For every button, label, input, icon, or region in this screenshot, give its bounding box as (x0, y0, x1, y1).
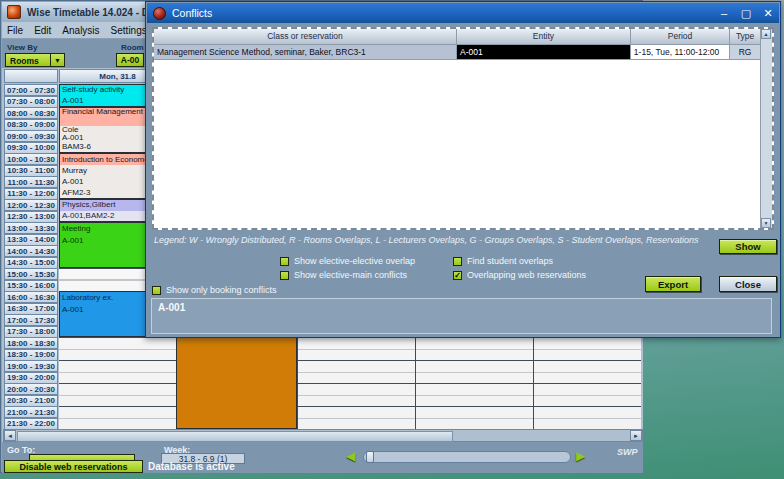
menu-item-settings[interactable]: Settings (111, 25, 147, 36)
checkbox-show-only-booking-conflicts[interactable] (152, 286, 161, 295)
time-slot-button[interactable]: 15:30 - 16:00 (4, 280, 58, 292)
view-by-value: Rooms (6, 54, 50, 66)
checkbox-overlapping-web-reservations[interactable]: ✓ (453, 271, 462, 280)
show-button[interactable]: Show (719, 239, 777, 254)
maximize-icon[interactable]: ▢ (735, 4, 757, 22)
time-slot-button[interactable]: 16:30 - 17:00 (4, 303, 58, 315)
checkbox-row: Show elective-elective overlap (280, 256, 415, 266)
table-row[interactable]: Management Science Method, seminar, Bake… (154, 45, 761, 60)
menu-item-edit[interactable]: Edit (34, 25, 51, 36)
close-icon[interactable]: ✕ (757, 4, 779, 22)
conflict-details-box[interactable]: A-001 (151, 298, 772, 334)
period-cell[interactable]: 1-15, Tue, 11:00-12:00 (631, 45, 730, 60)
export-button[interactable]: Export (645, 276, 701, 292)
checkbox-label: Show elective-elective overlap (294, 256, 415, 266)
checkbox-row: Find student overlaps (453, 256, 553, 266)
swp-label: SWP (617, 447, 638, 457)
legend-text: Legend: W - Wrongly Distributed, R - Roo… (154, 235, 699, 245)
checkbox-label: Show only booking conflicts (166, 285, 277, 295)
time-slot-button[interactable]: 21:00 - 21:30 (4, 406, 58, 418)
entity-cell[interactable]: A-001 (457, 45, 631, 60)
table-header-row: Class or reservationEntityPeriodType (154, 29, 761, 45)
time-slot-button[interactable]: 11:30 - 12:00 (4, 188, 58, 200)
time-slot-button[interactable]: 21:30 - 22:00 (4, 418, 58, 430)
conflicts-dialog: Conflicts – ▢ ✕ Class or reservationEnti… (145, 1, 781, 338)
week-slider-thumb[interactable] (366, 451, 374, 463)
dialog-titlebar[interactable]: Conflicts – ▢ ✕ (147, 3, 779, 23)
time-slot-button[interactable]: 19:30 - 20:00 (4, 372, 58, 384)
hscrollbar-thumb[interactable] (17, 431, 453, 442)
conflict-details-text: A-001 (158, 302, 771, 313)
menu-item-analysis[interactable]: Analysis (62, 25, 99, 36)
time-slot-button[interactable]: 16:00 - 16:30 (4, 291, 58, 303)
column-header-entity[interactable]: Entity (457, 29, 631, 45)
class-cell[interactable]: Management Science Method, seminar, Bake… (154, 45, 457, 60)
checkbox-show-elective-main-conflicts[interactable] (280, 271, 289, 280)
status-message: Database is active (148, 461, 235, 472)
scroll-up-icon[interactable]: ▲ (761, 29, 771, 39)
checkbox-row: Show only booking conflicts (152, 285, 277, 295)
checkbox-row: Show elective-main conflicts (280, 270, 407, 280)
chevron-down-icon[interactable]: ▼ (50, 54, 64, 66)
time-slot-button[interactable]: 15:00 - 15:30 (4, 268, 58, 280)
conflicts-table: Class or reservationEntityPeriodType Man… (152, 27, 774, 230)
time-slot-button[interactable]: 10:00 - 10:30 (4, 153, 58, 165)
time-slot-button[interactable]: 09:00 - 09:30 (4, 130, 58, 142)
disable-web-reservations-button[interactable]: Disable web reservations (4, 460, 143, 473)
next-week-icon[interactable]: ▶ (576, 449, 585, 463)
view-by-select[interactable]: Rooms ▼ (5, 53, 65, 67)
time-slot-button[interactable]: 20:30 - 21:00 (4, 395, 58, 407)
time-slot-button[interactable]: 20:00 - 20:30 (4, 383, 58, 395)
time-slot-button[interactable]: 18:30 - 19:00 (4, 349, 58, 361)
conflicts-dialog-icon (153, 7, 166, 20)
checkbox-find-student-overlaps[interactable] (453, 257, 462, 266)
time-slot-button[interactable]: 12:30 - 13:00 (4, 211, 58, 223)
table-vscrollbar[interactable]: ▲ ▼ (760, 29, 772, 228)
time-slot-button[interactable]: 08:30 - 09:00 (4, 119, 58, 131)
checkbox-label: Find student overlaps (467, 256, 553, 266)
time-slot-button[interactable]: 17:30 - 18:00 (4, 326, 58, 338)
checkbox-label: Overlapping web reservations (467, 270, 586, 280)
time-slot-button[interactable]: 18:00 - 18:30 (4, 337, 58, 349)
timetable-hscrollbar[interactable]: ◄ ► (3, 429, 643, 442)
schedule-block-reservation-orange[interactable] (176, 326, 297, 430)
column-header-period[interactable]: Period (631, 29, 730, 45)
close-button[interactable]: Close (719, 276, 777, 292)
time-slot-button[interactable]: 12:00 - 12:30 (4, 199, 58, 211)
time-slot-button[interactable]: 14:30 - 15:00 (4, 257, 58, 269)
checkbox-label: Show elective-main conflicts (294, 270, 407, 280)
timetable-corner-cell (4, 69, 58, 83)
checkbox-row: ✓Overlapping web reservations (453, 270, 586, 280)
minimize-icon[interactable]: – (713, 4, 735, 22)
time-slot-button[interactable]: 13:30 - 14:00 (4, 234, 58, 246)
room-select[interactable]: A-00 (116, 53, 144, 67)
view-by-label: View By (7, 43, 38, 52)
time-slot-button[interactable]: 07:30 - 08:00 (4, 96, 58, 108)
time-slot-button[interactable]: 14:00 - 14:30 (4, 245, 58, 257)
checkbox-show-elective-elective-overlap[interactable] (280, 257, 289, 266)
week-slider[interactable] (363, 451, 571, 463)
scroll-down-icon[interactable]: ▼ (761, 218, 771, 228)
room-label: Room (121, 43, 144, 52)
time-slot-button[interactable]: 11:00 - 11:30 (4, 176, 58, 188)
column-header-type[interactable]: Type (730, 29, 761, 45)
time-slot-button[interactable]: 17:00 - 17:30 (4, 314, 58, 326)
dialog-title: Conflicts (172, 7, 713, 19)
menu-item-file[interactable]: File (7, 25, 23, 36)
app-icon (7, 5, 21, 19)
time-slot-button[interactable]: 19:00 - 19:30 (4, 360, 58, 372)
time-slot-button[interactable]: 13:00 - 13:30 (4, 222, 58, 234)
scroll-left-icon[interactable]: ◄ (4, 430, 16, 441)
time-slot-button[interactable]: 08:00 - 08:30 (4, 107, 58, 119)
type-cell[interactable]: RG (730, 45, 761, 60)
desktop: Wise Timetable 14.024 - Database FileEdi… (0, 0, 784, 479)
time-slot-button[interactable]: 09:30 - 10:00 (4, 142, 58, 154)
prev-week-icon[interactable]: ◀ (346, 449, 355, 463)
time-slot-button[interactable]: 10:30 - 11:00 (4, 165, 58, 177)
column-header-class-or-reservation[interactable]: Class or reservation (154, 29, 457, 45)
scroll-right-icon[interactable]: ► (630, 430, 642, 441)
time-slot-button[interactable]: 07:00 - 07:30 (4, 84, 58, 96)
